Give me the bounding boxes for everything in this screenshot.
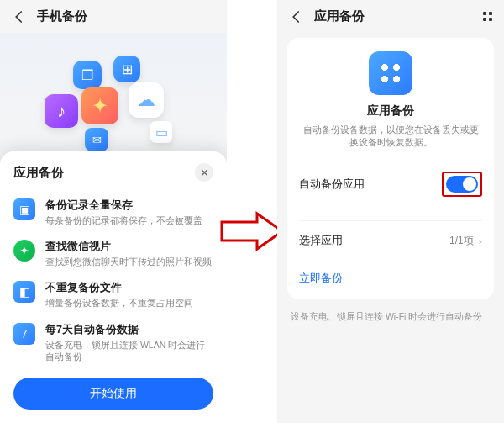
select-apps-row[interactable]: 选择应用 1/1项 › [299,220,482,260]
message-icon [85,128,108,151]
hero-title: 应用备份 [299,103,482,119]
more-icon[interactable] [483,12,492,21]
gallery-icon [81,87,118,124]
auto-backup-row: 自动备份应用 [299,160,482,209]
footer-note: 设备充电、锁屏且连接 Wi-Fi 时会进行自动备份 [277,299,504,335]
feature-title: 不重复备份文件 [45,281,193,295]
feature-sub: 查找到您微信聊天时下传过的照片和视频 [45,256,212,267]
cloud-icon [129,82,164,118]
wechat-icon: ✦ [13,240,35,262]
left-header: 手机备份 [0,0,227,33]
hero-illustration: ♪ [0,33,227,167]
arrow-icon [218,210,286,252]
back-icon[interactable] [12,9,27,24]
app-backup-large-icon [369,51,412,95]
feature-item: ✦查找微信视片查找到您微信聊天时下传过的照片和视频 [13,233,213,274]
intro-sheet: 应用备份 ✕ ▣备份记录全量保存每条备份的记录都将保存，不会被覆盖✦查找微信视片… [0,151,227,423]
auto-backup-label: 自动备份应用 [299,177,365,192]
feature-item: 7每7天自动备份数据设备充电，锁屏且连接 WLAN 时会进行自动备份 [13,316,213,369]
feature-title: 每7天自动备份数据 [45,323,213,337]
select-apps-label: 选择应用 [299,233,343,248]
left-screen: 手机备份 ♪ ⊞ 应用备份 自动备份手机应用的数据 应用备份 ✕ ▣备份记录全量… [0,0,227,423]
apps-icon [113,56,140,82]
feature-sub: 设备充电，锁屏且连接 WLAN 时会进行自动备份 [45,339,213,362]
select-apps-value: 1/1项 [449,234,474,248]
backup-now-link[interactable]: 立即备份 [299,272,343,284]
toggle-highlight [442,172,482,197]
feature-item: ◧不重复备份文件增量备份设备数据，不重复占用空间 [13,274,213,315]
feature-item: ▣备份记录全量保存每条备份的记录都将保存，不会被覆盖 [13,192,213,233]
nodupe-icon: ◧ [13,281,35,303]
backup-now-row: 立即备份 [299,260,482,288]
feature-sub: 每条备份的记录都将保存，不会被覆盖 [45,214,202,226]
start-button[interactable]: 开始使用 [13,378,213,410]
chevron-right-icon: › [479,235,482,247]
save-icon: ▣ [13,198,35,220]
right-screen: 应用备份 应用备份 自动备份设备数据，以便您在设备丢失或更换设备时恢复数据。 自… [277,0,504,423]
page-title: 手机备份 [37,8,87,24]
main-card: 应用备份 自动备份设备数据，以便您在设备丢失或更换设备时恢复数据。 自动备份应用… [287,38,494,299]
music-icon: ♪ [45,94,78,128]
back-icon[interactable] [289,9,304,24]
right-header: 应用备份 [277,0,504,33]
feature-title: 备份记录全量保存 [45,198,202,213]
feature-sub: 增量备份设备数据，不重复占用空间 [45,297,193,309]
feature-title: 查找微信视片 [45,240,212,254]
page-title: 应用备份 [314,8,365,24]
close-icon[interactable]: ✕ [195,163,213,182]
books-icon [73,61,102,89]
doc-icon [150,121,172,143]
auto-backup-toggle[interactable] [446,176,478,193]
hero-desc: 自动备份设备数据，以便您在设备丢失或更换设备时恢复数据。 [299,124,482,148]
seven-icon: 7 [13,323,35,345]
sheet-title: 应用备份 [13,165,64,181]
